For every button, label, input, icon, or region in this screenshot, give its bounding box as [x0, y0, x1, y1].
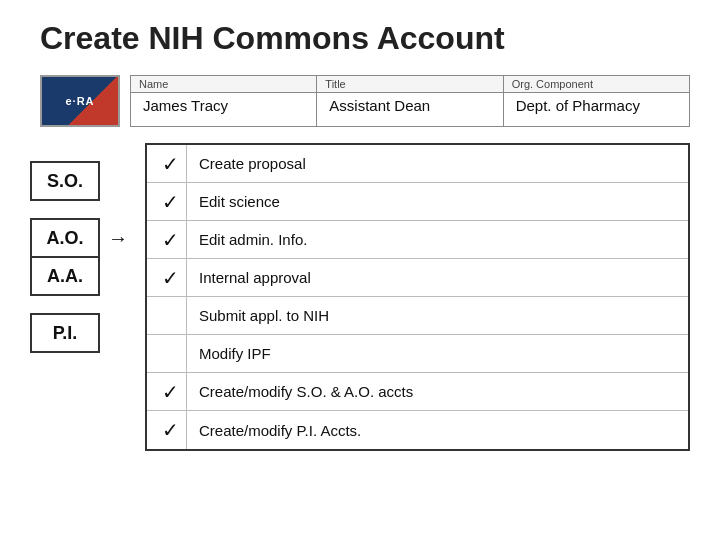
perm-row-6: ✓ Create/modify S.O. & A.O. accts [147, 373, 688, 411]
perm-row-0: ✓ Create proposal [147, 145, 688, 183]
perm-label-4: Submit appl. to NIH [187, 307, 329, 324]
perm-label-0: Create proposal [187, 155, 306, 172]
perm-row-2: ✓ Edit admin. Info. [147, 221, 688, 259]
title-field: Title Assistant Dean [317, 76, 503, 126]
check-3: ✓ [155, 259, 187, 297]
perm-row-4: Submit appl. to NIH [147, 297, 688, 335]
check-4 [155, 297, 187, 335]
pi-label: P.I. [53, 323, 78, 344]
name-label: Name [131, 76, 316, 93]
header-row: e·RA Name James Tracy Title Assistant De… [40, 75, 690, 127]
check-7: ✓ [155, 411, 187, 449]
perm-row-5: Modify IPF [147, 335, 688, 373]
perm-label-1: Edit science [187, 193, 280, 210]
header-fields: Name James Tracy Title Assistant Dean Or… [130, 75, 690, 127]
logo-text: e·RA [65, 95, 94, 107]
pi-spacer: P.I. [30, 295, 145, 371]
page: Create NIH Commons Account e·RA Name Jam… [0, 0, 720, 540]
check-5 [155, 335, 187, 373]
perm-label-5: Modify IPF [187, 345, 271, 362]
name-field: Name James Tracy [131, 76, 317, 126]
org-value: Dept. of Pharmacy [504, 93, 689, 118]
title-label: Title [317, 76, 502, 93]
check-0: ✓ [155, 145, 187, 183]
check-1: ✓ [155, 183, 187, 221]
check-2: ✓ [155, 221, 187, 259]
permissions-table: ✓ Create proposal ✓ Edit science ✓ Edit … [145, 143, 690, 451]
name-value: James Tracy [131, 93, 316, 118]
org-field: Org. Component Dept. of Pharmacy [504, 76, 689, 126]
ao-wrap: A.O. → [30, 218, 136, 258]
era-logo: e·RA [40, 75, 120, 127]
so-wrap: S.O. [30, 161, 136, 201]
pi-role-box: P.I. [30, 313, 100, 353]
perm-label-2: Edit admin. Info. [187, 231, 307, 248]
combined-area: S.O. A.O. → A.A. [30, 143, 690, 451]
so-spacer: S.O. [30, 143, 145, 219]
title-value: Assistant Dean [317, 93, 502, 118]
aa-label: A.A. [47, 266, 83, 287]
ao-label: A.O. [46, 228, 83, 249]
ao-arrow: → [100, 227, 136, 250]
perm-label-3: Internal approval [187, 269, 311, 286]
ao-role-box: A.O. [30, 218, 100, 258]
left-roles: S.O. A.O. → A.A. [30, 143, 145, 371]
perm-label-6: Create/modify S.O. & A.O. accts [187, 383, 413, 400]
aa-role-box: A.A. [30, 256, 100, 296]
perm-label-7: Create/modify P.I. Accts. [187, 422, 361, 439]
so-role-box: S.O. [30, 161, 100, 201]
aa-wrap: A.A. [30, 256, 136, 296]
aa-spacer: A.A. [30, 257, 145, 295]
perm-row-7: ✓ Create/modify P.I. Accts. [147, 411, 688, 449]
perm-row-1: ✓ Edit science [147, 183, 688, 221]
perm-row-3: ✓ Internal approval [147, 259, 688, 297]
pi-wrap: P.I. [30, 313, 136, 353]
ao-spacer: A.O. → [30, 219, 145, 257]
page-title: Create NIH Commons Account [40, 20, 690, 57]
org-label: Org. Component [504, 76, 689, 93]
so-label: S.O. [47, 171, 83, 192]
check-6: ✓ [155, 373, 187, 411]
